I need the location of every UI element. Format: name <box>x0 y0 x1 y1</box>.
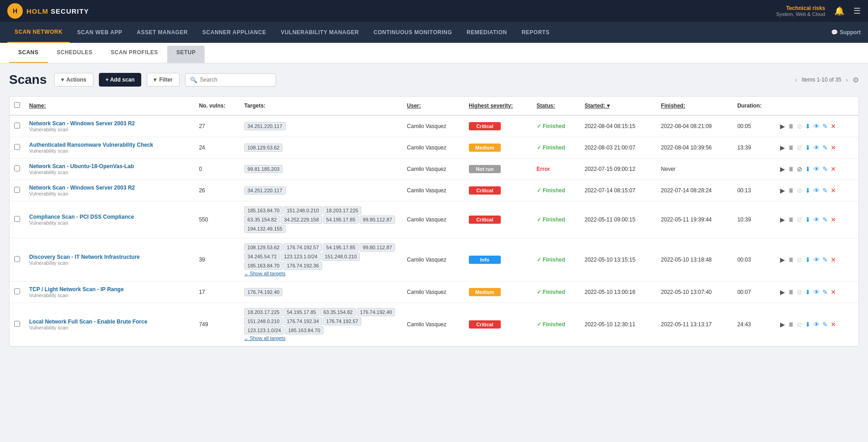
view-icon[interactable]: 👁 <box>813 256 820 263</box>
pause-icon[interactable]: ⏸ <box>788 256 794 263</box>
row-checkbox-cell[interactable] <box>10 282 25 303</box>
view-icon[interactable]: 👁 <box>813 123 820 130</box>
play-icon[interactable]: ▶ <box>780 288 785 296</box>
nav-remediation[interactable]: Remediation <box>459 22 514 43</box>
row-checkbox-cell[interactable] <box>10 201 25 238</box>
actions-button[interactable]: ▾ Actions <box>54 73 93 87</box>
stop-icon[interactable]: ⊘ <box>797 187 802 194</box>
stop-icon[interactable]: ⊘ <box>797 216 802 223</box>
row-checkbox[interactable] <box>14 165 20 171</box>
tab-setup[interactable]: Setup <box>167 46 205 63</box>
pause-icon[interactable]: ⏸ <box>788 216 794 223</box>
view-icon[interactable]: 👁 <box>813 187 820 194</box>
tab-scan-profiles[interactable]: Scan Profiles <box>102 43 167 63</box>
settings-icon[interactable]: ⚙ <box>853 76 859 84</box>
scan-name[interactable]: Local Network Full Scan - Enable Brute F… <box>29 319 190 325</box>
row-checkbox[interactable] <box>14 123 20 128</box>
col-severity[interactable]: Highest severity: <box>464 97 532 115</box>
scan-name[interactable]: Network Scan - Windows Server 2003 R2 <box>29 120 190 127</box>
view-icon[interactable]: 👁 <box>813 144 820 151</box>
nav-scan-network[interactable]: Scan Network <box>7 22 70 43</box>
delete-icon[interactable]: ✕ <box>831 216 836 223</box>
row-checkbox[interactable] <box>14 288 20 294</box>
prev-page-button[interactable]: ‹ <box>795 76 797 83</box>
nav-continuous-monitoring[interactable]: Continuous Monitoring <box>366 22 459 43</box>
bell-icon[interactable]: 🔔 <box>834 6 844 16</box>
nav-asset-manager[interactable]: Asset Manager <box>129 22 195 43</box>
delete-icon[interactable]: ✕ <box>831 187 836 194</box>
next-page-button[interactable]: › <box>846 76 848 83</box>
play-icon[interactable]: ▶ <box>780 144 785 151</box>
nav-scan-web-app[interactable]: Scan Web App <box>70 22 129 43</box>
edit-icon[interactable]: ✎ <box>822 165 828 173</box>
col-status[interactable]: Status: <box>532 97 580 115</box>
scan-name[interactable]: TCP / Light Network Scan - IP Range <box>29 286 190 293</box>
edit-icon[interactable]: ✎ <box>822 256 828 263</box>
play-icon[interactable]: ▶ <box>780 216 785 223</box>
download-icon[interactable]: ⬇ <box>805 256 811 263</box>
view-icon[interactable]: 👁 <box>813 216 820 223</box>
row-checkbox-cell[interactable] <box>10 303 25 346</box>
edit-icon[interactable]: ✎ <box>822 288 828 296</box>
row-checkbox[interactable] <box>14 216 20 222</box>
stop-icon[interactable]: ⊘ <box>797 165 802 173</box>
delete-icon[interactable]: ✕ <box>831 256 836 263</box>
select-all-header[interactable] <box>10 97 25 115</box>
play-icon[interactable]: ▶ <box>780 165 785 173</box>
stop-icon[interactable]: ⊘ <box>797 256 802 263</box>
delete-icon[interactable]: ✕ <box>831 321 836 328</box>
scan-name[interactable]: Network Scan - Ubuntu-18-OpenVas-Lab <box>29 163 190 170</box>
nav-scanner-appliance[interactable]: Scanner Appliance <box>195 22 273 43</box>
scan-name[interactable]: Compliance Scan - PCI DSS Compliance <box>29 214 190 220</box>
view-icon[interactable]: 👁 <box>813 288 820 296</box>
row-checkbox[interactable] <box>14 187 20 193</box>
show-all-targets-link[interactable]: ⌄ Show all targets <box>244 335 285 341</box>
pause-icon[interactable]: ⏸ <box>788 187 794 194</box>
search-box[interactable]: 🔍 <box>185 73 276 87</box>
row-checkbox-cell[interactable] <box>10 180 25 201</box>
download-icon[interactable]: ⬇ <box>805 321 811 328</box>
select-all-checkbox[interactable] <box>14 102 20 108</box>
tab-scans[interactable]: Scans <box>9 43 48 63</box>
pause-icon[interactable]: ⏸ <box>788 123 794 130</box>
pause-icon[interactable]: ⏸ <box>788 321 794 328</box>
stop-icon[interactable]: ⊘ <box>797 144 802 151</box>
edit-icon[interactable]: ✎ <box>822 187 828 194</box>
scan-name[interactable]: Discovery Scan - IT Network Infrastructu… <box>29 254 190 260</box>
filter-button[interactable]: ▾ Filter <box>147 73 179 87</box>
row-checkbox[interactable] <box>14 256 20 262</box>
pause-icon[interactable]: ⏸ <box>788 144 794 151</box>
download-icon[interactable]: ⬇ <box>805 165 811 173</box>
view-icon[interactable]: 👁 <box>813 321 820 328</box>
show-all-targets-link[interactable]: ⌄ Show all targets <box>244 271 285 276</box>
stop-icon[interactable]: ⊘ <box>797 321 802 328</box>
search-input[interactable] <box>200 77 271 83</box>
pause-icon[interactable]: ⏸ <box>788 165 794 173</box>
scan-name[interactable]: Authenticated Ransomware Vulnerability C… <box>29 142 190 148</box>
download-icon[interactable]: ⬇ <box>805 187 811 194</box>
row-checkbox-cell[interactable] <box>10 159 25 180</box>
add-scan-button[interactable]: + Add scan <box>99 73 142 87</box>
delete-icon[interactable]: ✕ <box>831 288 836 296</box>
delete-icon[interactable]: ✕ <box>831 144 836 151</box>
row-checkbox[interactable] <box>14 321 20 327</box>
nav-support[interactable]: 💬 Support <box>831 29 861 36</box>
scan-name[interactable]: Network Scan - Windows Server 2003 R2 <box>29 185 190 191</box>
download-icon[interactable]: ⬇ <box>805 144 811 151</box>
download-icon[interactable]: ⬇ <box>805 123 811 130</box>
tab-schedules[interactable]: Schedules <box>48 43 102 63</box>
edit-icon[interactable]: ✎ <box>822 216 828 223</box>
download-icon[interactable]: ⬇ <box>805 216 811 223</box>
stop-icon[interactable]: ⊘ <box>797 288 802 296</box>
delete-icon[interactable]: ✕ <box>831 123 836 130</box>
row-checkbox[interactable] <box>14 144 20 150</box>
nav-vulnerability-manager[interactable]: Vulnerability Manager <box>273 22 366 43</box>
play-icon[interactable]: ▶ <box>780 187 785 194</box>
col-user[interactable]: User: <box>402 97 464 115</box>
view-icon[interactable]: 👁 <box>813 165 820 173</box>
menu-icon[interactable]: ☰ <box>853 6 861 16</box>
col-finished[interactable]: Finished: <box>657 97 733 115</box>
play-icon[interactable]: ▶ <box>780 321 785 328</box>
play-icon[interactable]: ▶ <box>780 123 785 130</box>
nav-reports[interactable]: Reports <box>514 22 557 43</box>
